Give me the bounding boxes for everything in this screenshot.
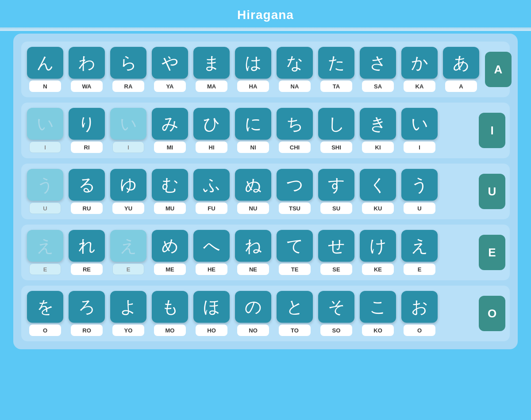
kana-char-box: め xyxy=(152,230,188,262)
kana-romaji-box: KO xyxy=(362,325,394,336)
kana-romaji-box: SE xyxy=(320,263,352,275)
kana-cell[interactable]: めME xyxy=(150,230,189,275)
kana-cell[interactable]: さSA xyxy=(358,47,397,92)
kana-char-box: つ xyxy=(277,169,313,201)
kana-char-box: え xyxy=(401,230,438,262)
kana-cell[interactable]: ふFU xyxy=(192,169,231,214)
kana-cell[interactable]: つTSU xyxy=(275,169,314,214)
kana-cell[interactable]: とTO xyxy=(275,291,314,336)
kana-cell[interactable]: えE xyxy=(26,230,65,275)
kana-romaji-box: U xyxy=(29,202,61,214)
kana-char-box: そ xyxy=(318,291,354,323)
kana-romaji-box: ME xyxy=(154,263,186,275)
kana-cell[interactable]: すSU xyxy=(317,169,356,214)
kana-romaji-box: SHI xyxy=(320,141,352,153)
kana-cell[interactable]: せSE xyxy=(317,230,356,275)
kana-romaji-box: MA xyxy=(196,80,227,92)
kana-char-box: あ xyxy=(443,47,479,79)
kana-romaji-box: E xyxy=(404,263,435,275)
kana-cell[interactable]: くKU xyxy=(358,169,397,214)
kana-char-box: は xyxy=(235,47,271,79)
kana-cell[interactable]: そSO xyxy=(317,291,356,336)
kana-cell[interactable]: やYA xyxy=(150,47,189,92)
page-title: Hiragana xyxy=(0,8,531,22)
kana-char-box: ゆ xyxy=(110,169,146,201)
kana-romaji-box: N xyxy=(29,80,61,92)
kana-cell[interactable]: ぬNU xyxy=(234,169,273,214)
kana-cell[interactable]: まMA xyxy=(192,47,231,92)
kana-cell[interactable]: しSHI xyxy=(317,108,356,153)
kana-cell[interactable]: いI xyxy=(26,108,65,153)
kana-romaji-box: SA xyxy=(362,80,394,92)
kana-romaji-box: SO xyxy=(320,325,352,336)
kana-char-box: り xyxy=(69,108,105,140)
kana-romaji-box: E xyxy=(112,263,144,275)
kana-char-box: き xyxy=(360,108,396,140)
kana-romaji-box: HI xyxy=(196,141,227,153)
kana-cell[interactable]: のNO xyxy=(234,291,273,336)
kana-char-box: い xyxy=(27,108,63,140)
kana-cell[interactable]: なNA xyxy=(275,47,314,92)
kana-char-box: ろ xyxy=(69,291,105,323)
kana-cell[interactable]: みMI xyxy=(150,108,189,153)
kana-romaji-box: O xyxy=(404,325,435,336)
kana-char-box: ぬ xyxy=(235,169,271,201)
kana-char-box: な xyxy=(277,47,313,79)
row-e: えEれREえEめMEへHEねNEてTEせSEけKEえEE xyxy=(21,225,510,280)
kana-cell[interactable]: えE xyxy=(400,230,439,275)
kana-cell[interactable]: いI xyxy=(400,108,439,153)
kana-romaji-box: KI xyxy=(362,141,394,153)
kana-char-box: け xyxy=(360,230,396,262)
kana-cell[interactable]: ちCHI xyxy=(275,108,314,153)
kana-cell[interactable]: るRU xyxy=(67,169,106,214)
kana-char-box: を xyxy=(27,291,63,323)
kana-cell[interactable]: うU xyxy=(400,169,439,214)
kana-cell[interactable]: ひHI xyxy=(192,108,231,153)
kana-cell[interactable]: へHE xyxy=(192,230,231,275)
kana-cell[interactable]: いI xyxy=(109,108,148,153)
kana-cell[interactable]: をO xyxy=(26,291,65,336)
kana-char-box: み xyxy=(152,108,188,140)
kana-cell[interactable]: よYO xyxy=(109,291,148,336)
kana-cell[interactable]: らRA xyxy=(109,47,148,92)
kana-cell[interactable]: たTA xyxy=(317,47,356,92)
kana-cell[interactable]: りRI xyxy=(67,108,106,153)
kana-cell[interactable]: かKA xyxy=(400,47,439,92)
kana-cell[interactable]: もMO xyxy=(150,291,189,336)
kana-char-box: う xyxy=(27,169,63,201)
kana-char-box: さ xyxy=(360,47,396,79)
kana-romaji-box: HA xyxy=(237,80,269,92)
kana-romaji-box: TSU xyxy=(279,202,311,214)
kana-char-box: ほ xyxy=(193,291,230,323)
kana-cell[interactable]: てTE xyxy=(275,230,314,275)
kana-cell[interactable]: れRE xyxy=(67,230,106,275)
kana-cell[interactable]: あA xyxy=(442,47,481,92)
kana-romaji-box: KU xyxy=(362,202,394,214)
kana-cell[interactable]: にNI xyxy=(234,108,273,153)
kana-char-box: ん xyxy=(27,47,63,79)
kana-cell[interactable]: ゆYU xyxy=(109,169,148,214)
kana-cell[interactable]: こKO xyxy=(358,291,397,336)
kana-romaji-box: NU xyxy=(237,202,269,214)
kana-romaji-box: RO xyxy=(71,325,103,336)
kana-cell[interactable]: ろRO xyxy=(67,291,106,336)
row-label-i: I xyxy=(479,113,505,148)
kana-romaji-box: CHI xyxy=(279,141,311,153)
kana-cell[interactable]: うU xyxy=(26,169,65,214)
kana-cell[interactable]: むMU xyxy=(150,169,189,214)
divider xyxy=(0,27,531,31)
kana-cell[interactable]: ほHO xyxy=(192,291,231,336)
kana-romaji-box: WA xyxy=(71,80,103,92)
kana-cell[interactable]: きKI xyxy=(358,108,397,153)
kana-romaji-box: TO xyxy=(279,325,311,336)
kana-char-box: し xyxy=(318,108,354,140)
kana-cell[interactable]: わWA xyxy=(67,47,106,92)
kana-cell[interactable]: ねNE xyxy=(234,230,273,275)
kana-cell[interactable]: はHA xyxy=(234,47,273,92)
kana-cell[interactable]: おO xyxy=(400,291,439,336)
kana-char-box: の xyxy=(235,291,271,323)
kana-cell[interactable]: えE xyxy=(109,230,148,275)
kana-cell[interactable]: けKE xyxy=(358,230,397,275)
kana-cell[interactable]: んN xyxy=(26,47,65,92)
kana-char-box: に xyxy=(235,108,271,140)
